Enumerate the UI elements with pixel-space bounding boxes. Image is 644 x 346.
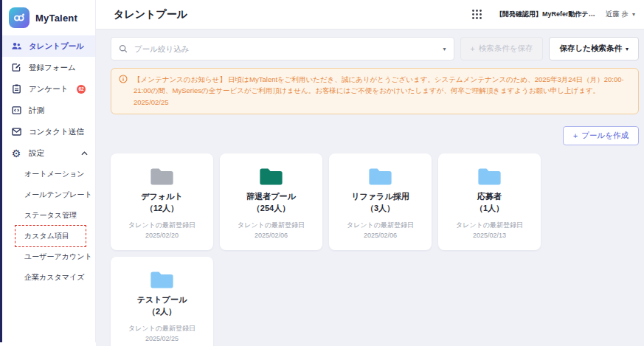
pool-name: テストプール <box>111 294 213 306</box>
page-header: タレントプール 【開発確認用】MyRefer動作テ… 近藤 歩 ▾ <box>96 0 644 30</box>
pool-count: （12人） <box>111 203 213 215</box>
sidebar-subitem-mail-template[interactable]: メールテンプレート <box>2 184 95 205</box>
create-pool-label: プールを作成 <box>581 131 629 141</box>
sidebar-item-label: タレントプール <box>29 41 84 52</box>
sidebar-item-measure[interactable]: 計測 <box>2 100 95 121</box>
brand-name: MyTalent <box>35 13 77 24</box>
sidebar-subitem-custom-fields[interactable]: カスタム項目 <box>2 226 95 246</box>
folder-icon <box>150 271 174 289</box>
plus-icon: + <box>471 44 475 53</box>
folder-icon <box>477 167 502 186</box>
sidebar-item-label: 設定 <box>29 148 44 159</box>
mail-icon <box>10 126 22 138</box>
pool-card-default[interactable]: デフォルト （12人） タレントの最新登録日 2025/02/20 <box>111 153 213 250</box>
maintenance-notice-text: 【メンテナンスのお知らせ】 日頃はMyTalentをご利用いただき、誠にありがと… <box>134 74 628 96</box>
folder-icon <box>150 167 174 186</box>
plus-icon: + <box>573 131 578 140</box>
pool-filter-input[interactable] <box>133 44 438 54</box>
infinity-icon <box>9 7 30 28</box>
pool-latest-date: 2025/02/06 <box>329 231 432 241</box>
pool-meta: タレントの最新登録日 2025/02/25 <box>111 324 213 345</box>
pool-meta-label: タレントの最新登録日 <box>111 324 213 334</box>
page-title: タレントプール <box>114 8 469 21</box>
info-circle-icon <box>119 74 128 108</box>
pool-card-declined[interactable]: 辞退者プール （254人） タレントの最新登録日 2025/02/06 <box>220 153 322 250</box>
app-grid-icon[interactable] <box>469 7 484 22</box>
sidebar-item-talent-pool[interactable]: タレントプール <box>2 35 95 57</box>
dropdown-caret-icon[interactable]: ▾ <box>443 46 446 52</box>
sidebar-subitem-label: メールテンプレート <box>24 190 92 200</box>
sidebar-subitem-automation[interactable]: オートメーション <box>2 164 95 184</box>
sidebar-item-register-form[interactable]: 登録フォーム <box>2 57 95 78</box>
pool-meta: タレントの最新登録日 2025/02/06 <box>220 221 322 241</box>
search-icon <box>119 44 128 53</box>
tenant-name: 【開発確認用】MyRefer動作テ… <box>496 10 595 19</box>
pool-latest-date: 2025/02/06 <box>220 231 322 241</box>
pool-card-grid: デフォルト （12人） タレントの最新登録日 2025/02/20 辞退者プール… <box>111 153 553 346</box>
sidebar-subitem-label: ステータス管理 <box>24 210 77 221</box>
pool-latest-date: 2025/02/13 <box>438 231 541 241</box>
sidebar: MyTalent タレントプール 登録フォーム アンケート 62 計 <box>2 0 96 342</box>
user-menu[interactable]: 近藤 歩 ▾ <box>606 10 635 19</box>
measure-code-icon <box>10 105 22 117</box>
saved-search-label: 保存した検索条件 <box>559 44 622 54</box>
sidebar-subitem-label: 企業カスタマイズ <box>24 272 84 283</box>
pool-name: デフォルト <box>111 191 213 203</box>
filter-bar: ▾ + 検索条件を保存 保存した検索条件 ▾ <box>111 37 639 60</box>
pool-meta: タレントの最新登録日 2025/02/06 <box>329 221 432 241</box>
pool-name: リファラル採用 <box>329 191 432 203</box>
sidebar-subitem-label: カスタム項目 <box>24 231 69 241</box>
chevron-down-icon: ▾ <box>626 46 629 52</box>
user-name: 近藤 歩 <box>606 10 629 19</box>
pool-card-applicants[interactable]: 応募者 （1人） タレントの最新登録日 2025/02/13 <box>438 153 541 250</box>
sidebar-item-contact-send[interactable]: コンタクト送信 <box>2 121 95 142</box>
pool-count: （1人） <box>438 203 541 215</box>
maintenance-notice-banner: 【メンテナンスのお知らせ】 日頃はMyTalentをご利用いただき、誠にありがと… <box>111 68 639 114</box>
brand-logo[interactable]: MyTalent <box>2 6 95 35</box>
sidebar-item-settings[interactable]: ⚙ 設定 <box>2 142 95 164</box>
sidebar-item-label: 登録フォーム <box>29 63 76 73</box>
survey-clipboard-icon <box>10 83 22 95</box>
survey-count-badge: 62 <box>77 85 86 94</box>
content-area: ▾ + 検索条件を保存 保存した検索条件 ▾ 【メンテナンスのお知らせ】 日頃は… <box>96 30 644 346</box>
pool-name: 辞退者プール <box>220 191 322 203</box>
sidebar-subitem-label: ユーザーアカウント <box>24 252 92 262</box>
pool-filter-combobox[interactable]: ▾ <box>111 37 454 60</box>
maintenance-notice-body: 【メンテナンスのお知らせ】 日頃はMyTalentをご利用いただき、誠にありがと… <box>134 74 628 108</box>
pool-count: （254人） <box>220 203 322 215</box>
sidebar-item-label: 計測 <box>29 105 44 116</box>
pool-card-referral[interactable]: リファラル採用 （3人） タレントの最新登録日 2025/02/06 <box>329 153 432 250</box>
pool-latest-date: 2025/02/25 <box>111 334 213 345</box>
pool-latest-date: 2025/02/20 <box>111 231 213 241</box>
folder-icon <box>368 167 392 186</box>
main-area: タレントプール 【開発確認用】MyRefer動作テ… 近藤 歩 ▾ ▾ <box>96 0 644 342</box>
chevron-up-icon <box>81 151 88 156</box>
sidebar-subitem-user-account[interactable]: ユーザーアカウント <box>2 246 95 267</box>
sidebar-subitem-status-management[interactable]: ステータス管理 <box>2 205 95 226</box>
people-icon <box>10 41 22 52</box>
chevron-down-icon: ▾ <box>632 11 635 18</box>
save-search-label: 検索条件を保存 <box>479 44 533 54</box>
saved-search-conditions-button[interactable]: 保存した検索条件 ▾ <box>549 37 639 60</box>
sidebar-item-label: アンケート <box>29 84 68 94</box>
pool-meta-label: タレントの最新登録日 <box>220 221 322 231</box>
sidebar-subitem-company-customize[interactable]: 企業カスタマイズ <box>2 267 95 288</box>
create-pool-row: + プールを作成 <box>111 126 639 145</box>
pool-meta-label: タレントの最新登録日 <box>438 221 541 231</box>
sidebar-subitem-label: オートメーション <box>24 169 84 179</box>
sidebar-item-label: コンタクト送信 <box>29 127 84 137</box>
pool-card-test[interactable]: テストプール （2人） タレントの最新登録日 2025/02/25 <box>111 257 213 346</box>
pool-name: 応募者 <box>438 191 541 203</box>
register-form-icon <box>10 62 22 74</box>
pool-meta-label: タレントの最新登録日 <box>329 221 432 231</box>
gear-icon: ⚙ <box>10 148 22 159</box>
pool-count: （3人） <box>329 203 432 215</box>
sidebar-item-survey[interactable]: アンケート 62 <box>2 78 95 100</box>
save-search-conditions-button[interactable]: + 検索条件を保存 <box>460 37 544 60</box>
app-window: MyTalent タレントプール 登録フォーム アンケート 62 計 <box>0 0 644 342</box>
maintenance-notice-date: 2025/02/25 <box>134 97 628 108</box>
pool-meta-label: タレントの最新登録日 <box>111 221 213 231</box>
folder-icon <box>259 167 283 186</box>
pool-meta: タレントの最新登録日 2025/02/13 <box>438 221 541 241</box>
create-pool-button[interactable]: + プールを作成 <box>563 126 639 145</box>
